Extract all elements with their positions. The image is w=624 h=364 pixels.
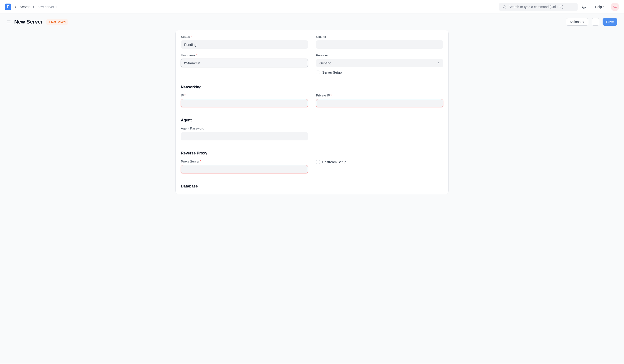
required-marker: *	[200, 160, 201, 163]
agent-password-input[interactable]	[181, 132, 308, 140]
section-general: Status* Pending Cluster Hostname* f2-fra…	[176, 30, 448, 80]
required-marker: *	[190, 35, 192, 39]
section-networking: Networking IP* Private IP*	[176, 80, 448, 113]
svg-point-7	[597, 22, 597, 22]
field-agent-password: Agent Password	[181, 127, 308, 140]
svg-point-6	[595, 22, 596, 22]
status-label: Status*	[181, 35, 308, 39]
server-setup-checkbox[interactable]	[316, 70, 320, 74]
breadcrumb-server[interactable]: Server	[20, 5, 29, 9]
status-pill-label: Not Saved	[51, 20, 66, 24]
divider	[591, 4, 591, 9]
help-menu[interactable]: Help	[595, 5, 606, 9]
required-marker: *	[184, 94, 186, 97]
svg-point-0	[503, 5, 505, 8]
upstream-setup-row: Upstream Setup	[316, 160, 443, 164]
sidebar-toggle[interactable]	[7, 20, 11, 24]
unfold-icon	[437, 62, 440, 65]
field-ip: IP*	[181, 94, 308, 107]
field-hostname: Hostname* f2-frankfurt	[181, 53, 308, 74]
reverse-proxy-title: Reverse Proxy	[181, 151, 443, 155]
required-marker: *	[196, 53, 197, 57]
agent-password-label: Agent Password	[181, 127, 308, 130]
breadcrumb-current: new-server-1	[38, 5, 57, 9]
upstream-setup-label: Upstream Setup	[322, 160, 346, 164]
more-horizontal-icon	[594, 20, 597, 24]
search-placeholder: Search or type a command (Ctrl + G)	[509, 5, 574, 9]
server-setup-label: Server Setup	[322, 70, 342, 74]
field-proxy-server: Proxy Server*	[181, 160, 308, 173]
section-agent: Agent Agent Password	[176, 113, 448, 146]
save-label: Save	[606, 20, 614, 24]
status-dot-icon	[49, 21, 50, 23]
upstream-setup-checkbox[interactable]	[316, 160, 320, 164]
avatar-initials: SG	[613, 5, 617, 9]
provider-value: Generic	[319, 61, 331, 65]
cluster-label: Cluster	[316, 35, 443, 39]
actions-menu-button[interactable]: Actions	[566, 18, 588, 26]
provider-select[interactable]: Generic	[316, 59, 443, 67]
app-logo[interactable]: F	[5, 3, 11, 10]
bell-icon	[582, 4, 586, 9]
not-saved-badge: Not Saved	[46, 19, 68, 25]
breadcrumbs: Server new-server-1	[14, 5, 496, 9]
field-provider: Provider Generic Server Setup	[316, 53, 443, 74]
svg-point-5	[594, 22, 595, 22]
global-search[interactable]: Search or type a command (Ctrl + G)	[499, 3, 578, 11]
ip-input[interactable]	[181, 99, 308, 107]
proxy-server-input[interactable]	[181, 165, 308, 173]
field-status: Status* Pending	[181, 35, 308, 49]
cluster-input[interactable]	[316, 40, 443, 49]
help-label: Help	[595, 5, 602, 9]
provider-label: Provider	[316, 53, 443, 57]
section-reverse-proxy: Reverse Proxy Proxy Server* Upstream Set…	[176, 146, 448, 179]
more-menu-button[interactable]	[592, 18, 599, 26]
field-upstream-setup: Upstream Setup	[316, 160, 443, 173]
status-input[interactable]: Pending	[181, 40, 308, 49]
hostname-input[interactable]: f2-frankfurt	[181, 59, 308, 67]
agent-title: Agent	[181, 118, 443, 122]
chevron-right-icon	[32, 5, 35, 9]
navbar: F Server new-server-1 Search or type a c…	[0, 0, 624, 14]
networking-title: Networking	[181, 85, 443, 89]
page-header: New Server Not Saved Actions Save	[0, 14, 624, 30]
hostname-label: Hostname*	[181, 53, 308, 57]
actions-label: Actions	[570, 20, 580, 24]
private-ip-input[interactable]	[316, 99, 443, 107]
logo-letter: F	[7, 5, 9, 9]
user-avatar[interactable]: SG	[611, 3, 619, 11]
field-private-ip: Private IP*	[316, 94, 443, 107]
required-marker: *	[331, 94, 332, 97]
chevron-down-icon	[603, 5, 606, 8]
notifications-button[interactable]	[580, 3, 587, 10]
private-ip-label: Private IP*	[316, 94, 443, 97]
search-icon	[502, 5, 506, 9]
field-cluster: Cluster	[316, 35, 443, 49]
content-area: Status* Pending Cluster Hostname* f2-fra…	[0, 30, 624, 364]
unfold-icon	[582, 21, 585, 23]
chevron-right-icon	[14, 5, 17, 9]
save-button[interactable]: Save	[603, 18, 617, 26]
database-title: Database	[181, 184, 443, 188]
server-setup-row: Server Setup	[316, 70, 443, 74]
section-database: Database	[176, 179, 448, 194]
form-card: Status* Pending Cluster Hostname* f2-fra…	[175, 30, 449, 194]
svg-line-1	[505, 8, 506, 8]
ip-label: IP*	[181, 94, 308, 97]
page-title: New Server	[14, 19, 43, 25]
proxy-server-label: Proxy Server*	[181, 160, 308, 163]
